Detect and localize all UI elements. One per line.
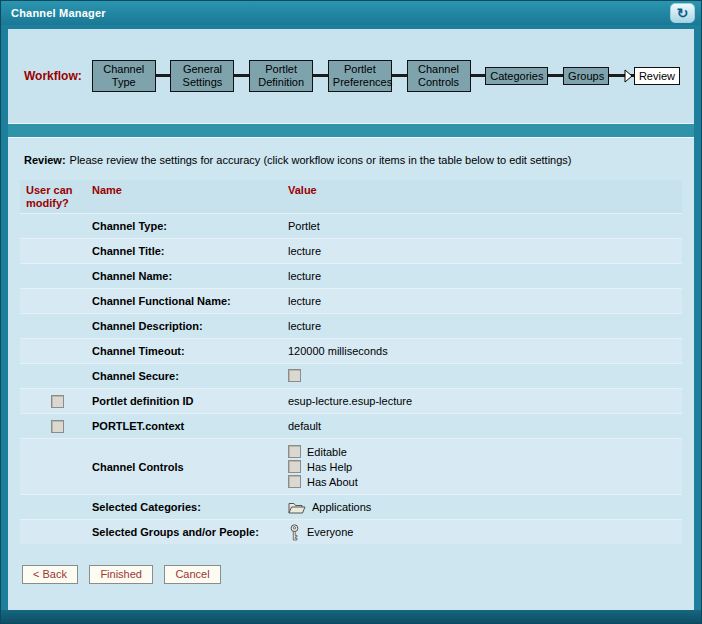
finished-button[interactable]: Finished — [89, 565, 153, 584]
setting-name: PORTLET.context — [88, 420, 284, 432]
table-row-channel-title[interactable]: Channel Title:lecture — [20, 238, 682, 263]
value-checkbox — [288, 445, 301, 458]
col-header-name: Name — [88, 180, 284, 213]
workflow-step-general-settings[interactable]: General Settings — [170, 60, 234, 91]
setting-value — [284, 369, 682, 384]
review-label: Review: — [24, 154, 66, 166]
modify-cell — [20, 289, 88, 313]
setting-value: default — [284, 420, 682, 432]
workflow-step-review[interactable]: Review — [634, 67, 680, 86]
option-label: Editable — [307, 446, 347, 458]
setting-value: Applications — [284, 499, 682, 516]
setting-name: Channel Secure: — [88, 370, 284, 382]
setting-name: Channel Type: — [88, 220, 284, 232]
button-bar: < Back Finished Cancel — [22, 564, 694, 584]
table-row-channel-name[interactable]: Channel Name:lecture — [20, 263, 682, 288]
setting-value: lecture — [284, 295, 682, 307]
workflow-step-portlet-preferences[interactable]: Portlet Preferences — [328, 60, 392, 91]
modify-cell — [20, 339, 88, 363]
modify-checkbox[interactable] — [51, 395, 64, 408]
row-value: Applications — [312, 501, 371, 513]
workflow-steps: Channel TypeGeneral SettingsPortlet Defi… — [92, 29, 680, 123]
workflow-step-categories[interactable]: Categories — [485, 67, 548, 86]
modify-cell — [20, 495, 88, 519]
titlebar: Channel Manager ↻ — [1, 1, 701, 25]
option-has-help: Has Help — [288, 460, 682, 473]
workflow-current-step: Review — [624, 67, 680, 86]
option-label: Has About — [307, 476, 358, 488]
separator-band — [8, 123, 694, 137]
setting-value: Everyone — [284, 522, 682, 543]
modify-cell — [20, 239, 88, 263]
setting-name: Selected Categories: — [88, 501, 284, 513]
value-checkbox — [288, 369, 301, 382]
window-title: Channel Manager — [11, 7, 106, 19]
window-body: Workflow: Channel TypeGeneral SettingsPo… — [8, 29, 694, 610]
table-row-channel-functional-name[interactable]: Channel Functional Name:lecture — [20, 288, 682, 313]
content-area: Review:Please review the settings for ac… — [8, 137, 694, 610]
table-row-portlet-definition-id[interactable]: Portlet definition IDesup-lecture.esup-l… — [20, 388, 682, 413]
modify-cell — [20, 414, 88, 438]
setting-name: Selected Groups and/or People: — [88, 526, 284, 538]
setting-value: lecture — [284, 270, 682, 282]
cancel-button[interactable]: Cancel — [164, 565, 220, 584]
workflow-step-groups[interactable]: Groups — [563, 67, 609, 86]
workflow-step-channel-controls[interactable]: Channel Controls — [407, 60, 471, 91]
setting-value: Portlet — [284, 220, 682, 232]
row-value: Everyone — [307, 526, 353, 538]
modify-cell — [20, 314, 88, 338]
value-checkbox — [288, 460, 301, 473]
col-header-value: Value — [284, 180, 682, 213]
modify-cell — [20, 214, 88, 238]
setting-value: lecture — [284, 245, 682, 257]
table-row-channel-description[interactable]: Channel Description:lecture — [20, 313, 682, 338]
table-row-selected-groups-and-or-people[interactable]: Selected Groups and/or People:Everyone — [20, 519, 682, 544]
table-row-selected-categories[interactable]: Selected Categories:Applications — [20, 494, 682, 519]
review-table: User can modify? Name Value Channel Type… — [20, 180, 682, 544]
modify-cell — [20, 520, 88, 544]
option-editable: Editable — [288, 445, 682, 458]
setting-value: 120000 milliseconds — [284, 345, 682, 357]
setting-name: Portlet definition ID — [88, 395, 284, 407]
folder-icon — [288, 501, 306, 514]
review-instructions: Please review the settings for accuracy … — [70, 154, 572, 166]
option-has-about: Has About — [288, 475, 682, 488]
refresh-icon[interactable]: ↻ — [670, 3, 695, 23]
table-row-portlet-context[interactable]: PORTLET.contextdefault — [20, 413, 682, 438]
modify-checkbox[interactable] — [51, 420, 64, 433]
workflow-label: Workflow: — [24, 69, 82, 83]
workflow-step-portlet-definition[interactable]: Portlet Definition — [249, 60, 313, 91]
setting-name: Channel Title: — [88, 245, 284, 257]
back-button[interactable]: < Back — [22, 565, 78, 584]
modify-cell — [20, 439, 88, 494]
review-instructions-line: Review:Please review the settings for ac… — [24, 154, 678, 166]
key-icon — [288, 524, 301, 541]
setting-value: lecture — [284, 320, 682, 332]
setting-name: Channel Timeout: — [88, 345, 284, 357]
modify-cell — [20, 389, 88, 413]
setting-name: Channel Controls — [88, 461, 284, 473]
workflow-step-channel-type[interactable]: Channel Type — [92, 60, 156, 91]
col-header-user-can-modify: User can modify? — [20, 180, 88, 213]
arrow-icon — [624, 69, 633, 83]
channel-manager-window: Channel Manager ↻ Workflow: Channel Type… — [0, 0, 702, 624]
option-label: Has Help — [307, 461, 352, 473]
setting-name: Channel Functional Name: — [88, 295, 284, 307]
setting-name: Channel Description: — [88, 320, 284, 332]
modify-cell — [20, 264, 88, 288]
setting-name: Channel Name: — [88, 270, 284, 282]
table-row-channel-type[interactable]: Channel Type:Portlet — [20, 213, 682, 238]
setting-value: EditableHas HelpHas About — [284, 439, 682, 494]
setting-value: esup-lecture.esup-lecture — [284, 395, 682, 407]
table-row-channel-timeout[interactable]: Channel Timeout:120000 milliseconds — [20, 338, 682, 363]
review-table-body: Channel Type:PortletChannel Title:lectur… — [20, 213, 682, 544]
value-checkbox — [288, 475, 301, 488]
workflow-panel: Workflow: Channel TypeGeneral SettingsPo… — [8, 29, 694, 123]
table-row-channel-secure[interactable]: Channel Secure: — [20, 363, 682, 388]
table-row-channel-controls[interactable]: Channel ControlsEditableHas HelpHas Abou… — [20, 438, 682, 494]
table-header-row: User can modify? Name Value — [20, 180, 682, 213]
modify-cell — [20, 364, 88, 388]
